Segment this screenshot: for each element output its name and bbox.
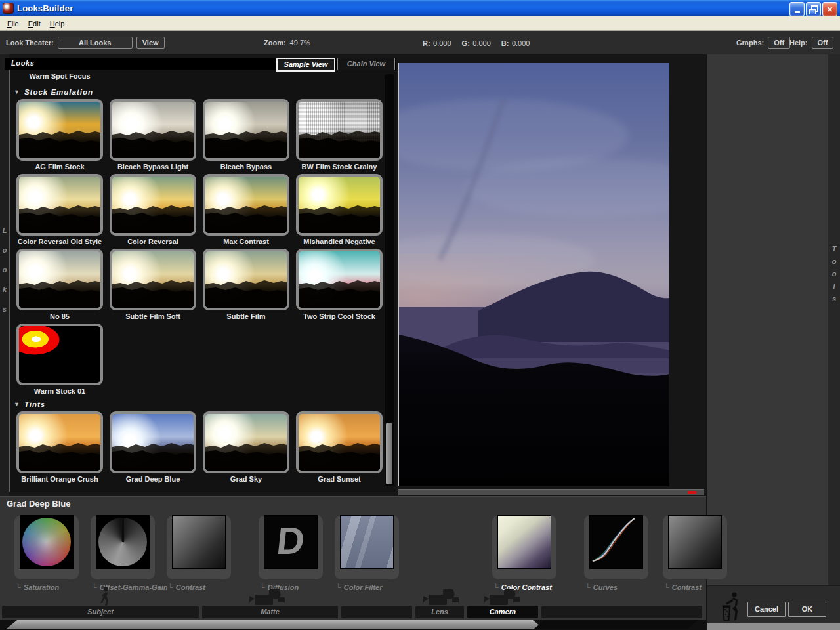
look-item[interactable]: Bleach Bypass <box>203 99 289 171</box>
looks-panel-title: Looks <box>11 59 34 67</box>
section-header[interactable]: ▼Stock Emulation <box>14 86 383 97</box>
look-item-partial[interactable]: Warm Spot Focus <box>16 71 103 83</box>
tool-diffusion[interactable]: D└Diffusion <box>259 509 323 591</box>
menu-edit[interactable]: Edit <box>24 18 45 29</box>
look-thumbnail[interactable] <box>16 174 103 236</box>
look-item[interactable]: Grad Sky <box>203 411 289 483</box>
tool-thumbnail[interactable] <box>584 515 648 579</box>
chain-tab-camera[interactable]: Camera <box>467 606 538 618</box>
looks-strip-label: Looks <box>0 220 9 319</box>
look-thumbnail[interactable] <box>110 411 196 473</box>
chain-tab-empty[interactable] <box>541 606 702 618</box>
cancel-button[interactable]: Cancel <box>747 602 786 617</box>
look-item[interactable]: Brilliant Orange Crush <box>16 411 103 483</box>
look-thumbnail[interactable] <box>110 174 196 236</box>
look-thumbnail[interactable] <box>203 174 289 236</box>
tool-saturation[interactable]: └Saturation <box>14 509 79 591</box>
graphs-label: Graphs: <box>736 39 764 47</box>
look-thumbnail[interactable] <box>16 249 103 310</box>
chain-tab-matte[interactable]: Matte <box>202 606 338 618</box>
menu-help[interactable]: Help <box>45 18 70 29</box>
look-item[interactable]: BW Film Stock Grainy <box>296 99 383 171</box>
look-theater-select[interactable]: All Looks <box>58 37 133 49</box>
look-item[interactable]: Warm Stock 01 <box>16 324 103 395</box>
section-header[interactable]: ▼Tints <box>14 398 383 410</box>
look-thumbnail[interactable] <box>296 249 383 310</box>
look-item[interactable]: Bleach Bypass Light <box>110 99 196 171</box>
tool-thumbnail[interactable] <box>167 515 231 579</box>
look-thumbnail[interactable] <box>203 99 289 161</box>
look-item[interactable]: AG Film Stock <box>16 99 103 171</box>
look-thumbnail[interactable] <box>16 99 103 161</box>
look-label: Bleach Bypass <box>203 163 289 171</box>
look-row: Color Reversal Old StyleColor ReversalMa… <box>12 174 383 245</box>
collapse-triangle-icon: ▼ <box>14 401 20 408</box>
ok-button[interactable]: OK <box>788 602 826 617</box>
tools-side-strip[interactable]: Tools <box>828 54 840 586</box>
look-item[interactable]: Max Contrast <box>203 174 289 245</box>
looks-scrollbar-thumb[interactable] <box>386 423 392 484</box>
menu-file[interactable]: File <box>3 18 24 29</box>
look-item[interactable]: Color Reversal Old Style <box>16 174 103 245</box>
current-look-title: Grad Deep Blue <box>7 499 71 509</box>
tool-thumbnail[interactable]: D <box>259 515 323 579</box>
look-label: Brilliant Orange Crush <box>16 475 103 483</box>
tool-thumbnail[interactable] <box>663 515 727 579</box>
looks-side-strip[interactable]: Looks <box>0 54 9 496</box>
looks-scrollbar[interactable] <box>385 74 394 487</box>
look-item[interactable]: Two Strip Cool Stock <box>296 249 383 320</box>
tool-label: └Curves <box>584 583 648 591</box>
look-item[interactable]: Grad Sunset <box>296 411 383 483</box>
tool-thumbnail[interactable] <box>14 515 79 579</box>
tool-thumbnail[interactable] <box>91 515 155 579</box>
minimize-button[interactable] <box>789 2 805 16</box>
close-button[interactable]: ✕ <box>822 2 837 16</box>
tool-color-contrast[interactable]: └Color Contrast <box>492 509 556 591</box>
red-label: R: <box>423 39 430 47</box>
title-bar[interactable]: LooksBuilder ✕ <box>0 0 840 16</box>
tool-contrast[interactable]: └Contrast <box>663 509 727 591</box>
chain-tab-subject[interactable]: Subject <box>2 606 199 618</box>
look-item[interactable]: Mishandled Negative <box>296 174 383 245</box>
tool-contrast[interactable]: └Contrast <box>167 509 231 591</box>
look-label: Color Reversal <box>110 238 196 245</box>
bottom-drag-bar[interactable] <box>0 620 545 629</box>
look-row: No 85Subtle Film SoftSubtle FilmTwo Stri… <box>12 249 383 320</box>
trash-icon[interactable] <box>720 591 742 621</box>
preview-drag-strip[interactable] <box>398 489 704 495</box>
graphs-toggle[interactable]: Off <box>768 37 790 49</box>
tool-label: └Contrast <box>167 583 231 591</box>
look-thumbnail[interactable] <box>203 411 289 473</box>
restore-button[interactable] <box>806 2 821 16</box>
look-item[interactable]: No 85 <box>16 249 103 320</box>
tool-thumbnail[interactable] <box>335 515 399 579</box>
look-thumbnail[interactable] <box>16 324 103 385</box>
look-label: Subtle Film Soft <box>110 312 196 320</box>
look-thumbnail[interactable] <box>296 411 383 473</box>
window-title: LooksBuilder <box>17 3 73 13</box>
look-item[interactable]: Subtle Film Soft <box>110 249 196 320</box>
look-label: Two Strip Cool Stock <box>296 312 383 320</box>
tool-offset-gamma-gain[interactable]: └Offset-Gamma-Gain <box>91 509 155 591</box>
preview-image[interactable] <box>398 63 669 486</box>
look-thumbnail[interactable] <box>16 411 103 473</box>
look-item[interactable]: Subtle Film <box>203 249 289 320</box>
look-thumbnail[interactable] <box>296 99 383 161</box>
look-thumbnail[interactable] <box>110 249 196 310</box>
chain-tab-lens[interactable]: Lens <box>415 606 464 618</box>
tool-color-filter[interactable]: └Color Filter <box>335 509 399 591</box>
look-thumbnail[interactable] <box>110 99 196 161</box>
help-toggle[interactable]: Off <box>812 37 834 49</box>
view-button[interactable]: View <box>136 37 165 49</box>
look-label: Grad Sky <box>203 475 289 483</box>
look-label: No 85 <box>16 312 103 320</box>
tool-thumbnail[interactable] <box>492 515 556 579</box>
look-thumbnail[interactable] <box>296 174 383 236</box>
look-item[interactable]: Grad Deep Blue <box>110 411 196 483</box>
tab-sample-view[interactable]: Sample View <box>276 58 335 72</box>
look-thumbnail[interactable] <box>203 249 289 310</box>
tab-chain-view[interactable]: Chain View <box>337 58 395 70</box>
look-item[interactable]: Color Reversal <box>110 174 196 245</box>
tool-curves[interactable]: └Curves <box>584 509 648 591</box>
chain-tab-empty[interactable] <box>341 606 412 618</box>
